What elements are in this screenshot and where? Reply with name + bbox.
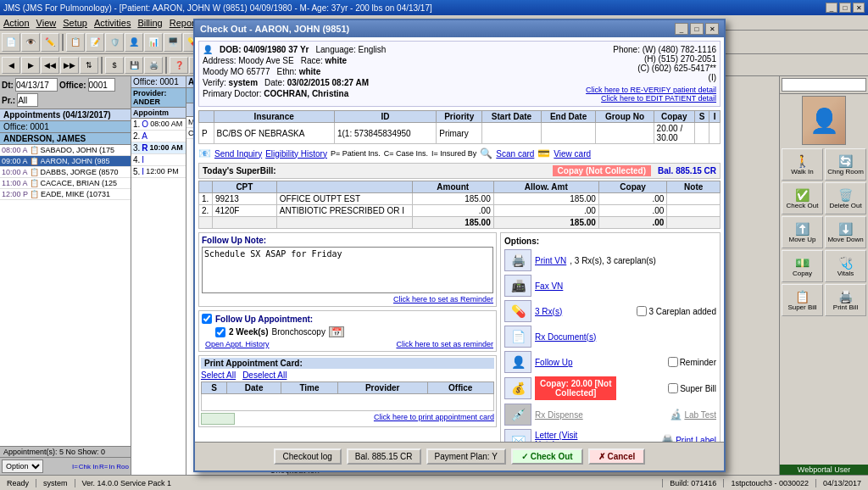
followup-appt-checkbox[interactable] [202,314,212,324]
appt-item-2[interactable]: 09:00 A 📋 AARON, JOHN (985 [0,156,131,167]
print-card-table: S Date Time Provider Office [201,381,494,411]
phone-i: (I) [581,73,716,82]
col-item-3[interactable]: 3. R 10:00 AM [131,142,186,154]
tb2-help[interactable]: ❓ [170,57,188,74]
appt-reminder-link[interactable]: Click here to set as reminder [396,340,493,348]
appt-item-4[interactable]: 11:00 A 📋 CACACE, BRIAN (125 [0,178,131,189]
office-input[interactable] [88,78,115,92]
dialog-minimize[interactable]: _ [675,23,688,35]
right-search-input[interactable] [782,78,866,92]
tb2-back2[interactable]: ◀◀ [41,57,59,74]
reverify-link[interactable]: Click here to RE-VERIFY patient detail [581,86,716,94]
payment-plan-btn[interactable]: Payment Plan: Y [426,448,506,465]
view-card-link[interactable]: View card [554,149,591,159]
balance-btn[interactable]: Bal. 885.15 CR [347,448,421,465]
print-bill-btn[interactable]: 🖨️ Print Bill [825,284,866,316]
followup-note-textarea[interactable]: <span data-bind="checkout_dialog.followu… [202,247,493,293]
menu-view[interactable]: View [36,18,57,28]
note-reminder-link[interactable]: Click here to set as Reminder [202,295,493,303]
col-item-5[interactable]: 5. I 12:00 PM [131,166,186,178]
super-bill-checkbox[interactable] [668,383,678,393]
menu-billing[interactable]: Billing [137,18,162,28]
walk-in-btn[interactable]: 🚶 Walk In [782,148,823,181]
move-down-btn[interactable]: ⬇️ Move Down [825,216,866,248]
checkout-body: 👤 DOB: 04/09/1980 37 Yr Language: Englis… [195,37,724,442]
followup-link[interactable]: Follow Up [535,358,572,367]
col-item-4[interactable]: 4. I [131,154,186,166]
print-card-link[interactable]: Click here to print appointment card [374,413,494,425]
minimize-btn[interactable]: _ [826,3,837,13]
fax-vn-link[interactable]: Fax VN [535,281,563,291]
menu-setup[interactable]: Setup [63,18,87,28]
appt-col-provider: Provider: ANDER [131,88,186,108]
tb-btn-8[interactable]: 📊 [144,33,163,52]
webportal-label: Webportal User [780,465,868,475]
dialog-close[interactable]: ✕ [705,23,719,35]
tb-btn-9[interactable]: 🖥️ [164,33,182,52]
status-instance: 1stpctouch3 - 0030022 [724,479,816,487]
avatar-box: 👤 [802,96,846,145]
maximize-btn[interactable]: □ [839,3,851,13]
followup-checked[interactable] [215,327,225,337]
tb2-fwd2[interactable]: ▶▶ [60,57,79,74]
followup-appt-section: Follow Up Appointment: 2 Week(s) Broncho… [198,310,497,352]
option-select[interactable]: Option [2,459,43,473]
tb-btn-2[interactable]: 👁️ [21,33,40,52]
appt-item-3[interactable]: 10:00 A 📋 DABBS, JORGE (8570 [0,167,131,178]
tb-btn-3[interactable]: ✏️ [41,33,59,52]
reminder-checkbox[interactable] [668,357,678,367]
tb-btn-4[interactable]: 📋 [66,33,85,52]
menu-activities[interactable]: Activities [94,18,131,28]
super-bill-btn-right[interactable]: 📋 Super Bill [782,284,823,316]
edit-link[interactable]: Click here to EDIT PATIENT detail [581,94,716,103]
status-version: Ver. 14.0.0 Service Pack 1 [75,479,664,487]
select-all-link[interactable]: Select All [201,370,236,380]
rx-link[interactable]: 3 Rx(s) [535,307,562,316]
tb2-back[interactable]: ◀ [2,57,20,74]
deselect-all-link[interactable]: Deselect All [242,370,287,380]
col-item-2[interactable]: 2. A [131,131,186,142]
tb2-dollar[interactable]: $ [105,57,124,74]
copay-btn-right[interactable]: 💵 Copay [782,250,823,282]
col-item-1[interactable]: 1. O 08:00 AM [131,119,186,131]
appt-item-1[interactable]: 08:00 A 📋 SABADO, JOHN (175 [0,145,131,156]
vitals-btn[interactable]: 🩺 Vitals [825,250,866,282]
followup-calendar-btn[interactable]: 📅 [329,326,344,337]
tb-btn-6[interactable]: 🛡️ [105,33,124,52]
dialog-maximize[interactable]: □ [690,23,704,35]
pr-input[interactable] [17,93,38,107]
tb2-fwd[interactable]: ▶ [21,57,40,74]
chng-room-btn[interactable]: 🔄 Chng Room [825,148,866,181]
checkout-log-btn[interactable]: Checkout log [274,448,342,465]
send-inquiry-link[interactable]: Send Inquiry [214,149,262,159]
tb2-save[interactable]: 💾 [125,57,143,74]
tb-btn-1[interactable]: 📄 [2,33,20,52]
tb-btn-7[interactable]: 👤 [125,33,143,52]
provider-header: ANDERSON, JAMES [0,133,131,145]
move-up-btn[interactable]: ⬆️ Move Up [782,216,823,248]
check-out-btn[interactable]: ✓ Check Out [511,448,583,465]
dt-input[interactable] [15,78,58,92]
address-value: Address: Moody Ave SE [203,56,294,65]
eligibility-link[interactable]: Eligibility History [265,149,327,159]
pr-label: Pr.: [2,96,15,105]
menu-action[interactable]: Action [3,18,30,28]
tb2-print[interactable]: 🖨️ [144,57,163,74]
scan-card-link[interactable]: Scan card [496,149,534,159]
copay-red-btn[interactable]: Copay: 20.00 [NotCollected] [535,376,616,400]
print-label-link[interactable]: Print Label [676,436,716,443]
open-appt-history-link[interactable]: Open Appt. History [205,340,270,348]
status-date: 04/13/2017 [816,479,868,487]
print-vn-link[interactable]: Print VN [535,256,566,265]
careplan-checkbox[interactable] [637,306,647,316]
cancel-btn[interactable]: ✗ Cancel [588,448,646,465]
careplan-label: 3 Careplan added [648,307,716,316]
delete-out-btn[interactable]: 🗑️ Delete Out [825,182,866,214]
letter-link[interactable]: Letter (VisitNote) [535,431,577,442]
rx-document-link[interactable]: Rx Document(s) [535,332,596,342]
tb-btn-5[interactable]: 📝 [86,33,104,52]
tb2-sort[interactable]: ⇅ [80,57,98,74]
appt-item-5[interactable]: 12:00 P 📋 EADE, MIKE (10731 [0,189,131,200]
close-btn[interactable]: ✕ [853,3,865,13]
check-out-btn-right[interactable]: ✅ Check Out [782,182,823,214]
